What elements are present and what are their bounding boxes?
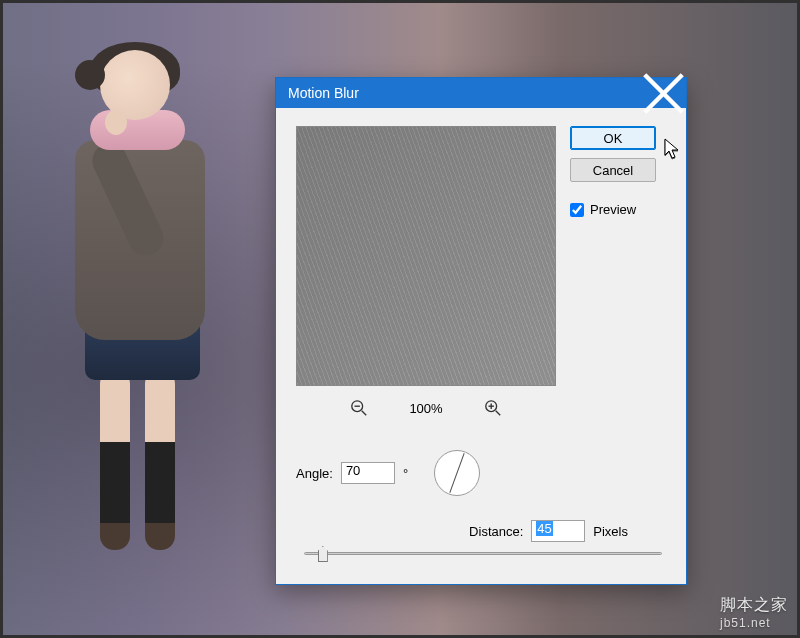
preview-thumbnail[interactable] (296, 126, 556, 386)
zoom-in-icon (484, 399, 502, 417)
zoom-out-icon (350, 399, 368, 417)
distance-label: Distance: (469, 524, 523, 539)
svg-line-3 (362, 411, 367, 416)
angle-row: Angle: 70 ° (296, 450, 670, 496)
distance-slider-thumb[interactable] (318, 546, 328, 562)
angle-dial[interactable] (434, 450, 480, 496)
angle-label: Angle: (296, 466, 333, 481)
angle-degree-symbol: ° (403, 466, 408, 481)
angle-input[interactable]: 70 (341, 462, 395, 484)
distance-unit: Pixels (593, 524, 628, 539)
character-illustration (45, 50, 215, 610)
watermark-url: jb51.net (720, 616, 788, 630)
watermark: 脚本之家 jb51.net (720, 595, 788, 630)
motion-blur-dialog: Motion Blur 100% OK Cancel (275, 77, 687, 585)
zoom-in-button[interactable] (483, 398, 503, 418)
dialog-titlebar[interactable]: Motion Blur (276, 78, 686, 108)
angle-dial-needle (449, 453, 464, 493)
distance-slider[interactable] (296, 552, 670, 555)
distance-input[interactable]: 45 (531, 520, 585, 542)
preview-toggle[interactable]: Preview (570, 202, 656, 217)
dialog-body: 100% OK Cancel Preview Angle: 70 ° (276, 108, 686, 584)
zoom-percent: 100% (409, 401, 442, 416)
svg-line-6 (495, 411, 500, 416)
ok-button[interactable]: OK (570, 126, 656, 150)
preview-checkbox[interactable] (570, 203, 584, 217)
zoom-controls: 100% (296, 398, 556, 418)
distance-row: Distance: 45 Pixels (296, 520, 670, 542)
cancel-button[interactable]: Cancel (570, 158, 656, 182)
preview-label: Preview (590, 202, 636, 217)
close-button[interactable] (641, 78, 686, 108)
zoom-out-button[interactable] (349, 398, 369, 418)
watermark-text: 脚本之家 (720, 596, 788, 613)
dialog-title: Motion Blur (288, 85, 641, 101)
